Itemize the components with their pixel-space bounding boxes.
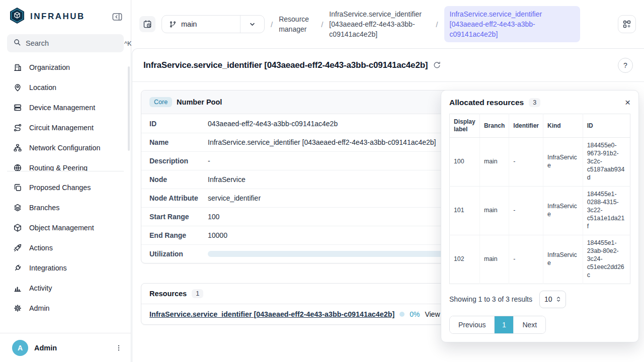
breadcrumb-separator: / [321, 20, 323, 29]
cube-icon [13, 223, 22, 232]
cell-branch: main [479, 235, 509, 284]
page-size-select[interactable]: 10 [539, 291, 566, 308]
hierarchy-icon [13, 143, 22, 152]
copy-icon [13, 183, 22, 192]
resources-header: Resources 1 [141, 284, 468, 304]
breadcrumb-current[interactable]: InfraService.service_identifier [043aeae… [444, 6, 580, 43]
globe-icon [13, 163, 22, 171]
user-row: A Admin [0, 333, 131, 362]
schema-button[interactable] [618, 15, 636, 33]
resources-count-badge: 1 [192, 289, 203, 298]
brand-name: INFRAHUB [30, 12, 112, 22]
field-value: 10000 [208, 231, 460, 239]
cell-id: 184455e1-0288-4315-3c22-c51a1e1da21f [583, 186, 630, 235]
sidebar-item-device-management[interactable]: Device Management [0, 98, 131, 118]
search-shortcut: ^K [124, 40, 132, 47]
sidebar-item-actions[interactable]: Actions [0, 238, 131, 258]
field-label: Start Range [149, 213, 208, 221]
sidebar-item-network-configuration[interactable]: Network Configuration [0, 138, 131, 158]
view-label: View [425, 310, 440, 318]
allocated-resources-table: Display label Branch Identifier Kind ID … [449, 114, 630, 284]
sidebar-scrollbar[interactable] [128, 66, 130, 151]
resource-row: InfraService.service_identifier [043aeae… [141, 304, 468, 324]
table-row[interactable]: 102 main - InfraService 184455e1-23ab-80… [450, 235, 630, 284]
titlebar: InfraService.service_identifier [043aeae… [132, 49, 644, 82]
user-name: Admin [34, 344, 109, 352]
sidebar-item-activity[interactable]: Activity [0, 278, 131, 298]
date-picker-button[interactable] [139, 16, 155, 32]
sidebar-item-label: Actions [29, 244, 53, 252]
sidebar-item-integrations[interactable]: Integrations [0, 258, 131, 278]
resource-utilization: 0% [410, 310, 420, 318]
avatar: A [12, 340, 28, 356]
column-header: Branch [479, 114, 509, 138]
topbar: main / Resource manager / InfraService.s… [131, 0, 644, 48]
previous-page-button[interactable]: Previous [450, 316, 494, 333]
branch-selector-value: main [162, 16, 240, 33]
sidebar-item-organization[interactable]: Organization [0, 57, 131, 77]
next-page-button[interactable]: Next [513, 316, 545, 333]
sidebar-item-label: Object Management [29, 224, 94, 232]
refresh-icon [433, 61, 441, 69]
column-header: Kind [543, 114, 583, 138]
sidebar-item-proposed-changes[interactable]: Proposed Changes [0, 177, 131, 198]
card-title: Number Pool [177, 98, 222, 106]
sidebar-item-label: Admin [29, 304, 50, 312]
help-button[interactable]: ? [618, 58, 633, 73]
table-row[interactable]: 100 main - InfraService 184455e0-9673-91… [450, 138, 630, 187]
cell-display-label: 100 [450, 138, 480, 187]
gear-icon [13, 304, 22, 313]
sidebar-item-branches[interactable]: Branches [0, 198, 131, 218]
search-input[interactable] [26, 39, 120, 47]
search-box[interactable]: ^K [7, 34, 124, 52]
cell-id: 184455e0-9673-91b2-3c2c-c5187aab934d [583, 138, 630, 187]
cell-identifier: - [509, 235, 543, 284]
main-area: main / Resource manager / InfraService.s… [131, 0, 644, 362]
bar-chart-icon [13, 284, 22, 293]
cell-id: 184455e1-23ab-80e2-3c24-c51eec2dd26c [583, 235, 630, 284]
page-size-value: 10 [544, 295, 552, 303]
cell-kind: InfraService [543, 235, 583, 284]
user-menu-kebab-icon[interactable] [115, 343, 123, 352]
sidebar-item-label: Proposed Changes [29, 184, 91, 192]
sidebar-item-location[interactable]: Location [0, 77, 131, 98]
server-icon [13, 103, 22, 112]
allocated-count-badge: 3 [529, 98, 540, 107]
infrahub-app: INFRAHUB ^K Organization Location [0, 0, 644, 362]
table-header-row: Display label Branch Identifier Kind ID [450, 114, 630, 138]
cell-kind: InfraService [543, 138, 583, 187]
infrahub-logo-icon [9, 7, 25, 26]
page-1-button[interactable]: 1 [494, 316, 513, 333]
close-icon[interactable]: × [625, 98, 630, 107]
sidebar-item-admin[interactable]: Admin [0, 298, 131, 318]
breadcrumb-resource-manager[interactable]: Resource manager [279, 14, 315, 35]
allocated-resources-popover: Allocated resources 3 × Display label Br… [441, 90, 639, 342]
sidebar-item-object-management[interactable]: Object Management [0, 218, 131, 238]
resource-link[interactable]: InfraService.service_identifier [043aeae… [149, 310, 394, 318]
sidebar-item-routing-peering[interactable]: Routing & Peering [0, 158, 131, 171]
column-header: Identifier [509, 114, 543, 138]
branch-selector[interactable]: main [162, 15, 265, 33]
sidebar-item-label: Activity [29, 284, 52, 292]
core-badge: Core [149, 97, 172, 107]
stepper-icon [556, 296, 561, 303]
field-label: Node Attribute [149, 194, 208, 202]
table-row[interactable]: 101 main - InfraService 184455e1-0288-43… [450, 186, 630, 235]
refresh-button[interactable] [433, 61, 441, 69]
cell-kind: InfraService [543, 186, 583, 235]
plug-icon [13, 263, 22, 273]
field-value: - [208, 157, 460, 165]
pagination: Previous 1 Next [449, 316, 546, 334]
sidebar-item-label: Branches [29, 204, 59, 212]
field-row-node-attribute: Node Attribute service_identifier [141, 189, 468, 207]
sidebar-item-label: Routing & Peering [29, 164, 88, 171]
field-label: Node [149, 175, 208, 184]
popover-footer: Showing 1 to 3 of 3 results 10 [449, 291, 630, 308]
field-value: 100 [208, 213, 460, 221]
sidebar-item-circuit-management[interactable]: Circuit Management [0, 118, 131, 138]
field-value: InfraService [208, 175, 460, 184]
branch-selector-caret[interactable] [240, 16, 264, 33]
field-value: 043aeaed-eff2-4e43-a3bb-c09141ac4e2b [208, 120, 460, 128]
sidebar-collapse-icon[interactable] [112, 12, 123, 22]
breadcrumb-pool[interactable]: InfraService.service_identifier [043aeae… [329, 9, 430, 40]
